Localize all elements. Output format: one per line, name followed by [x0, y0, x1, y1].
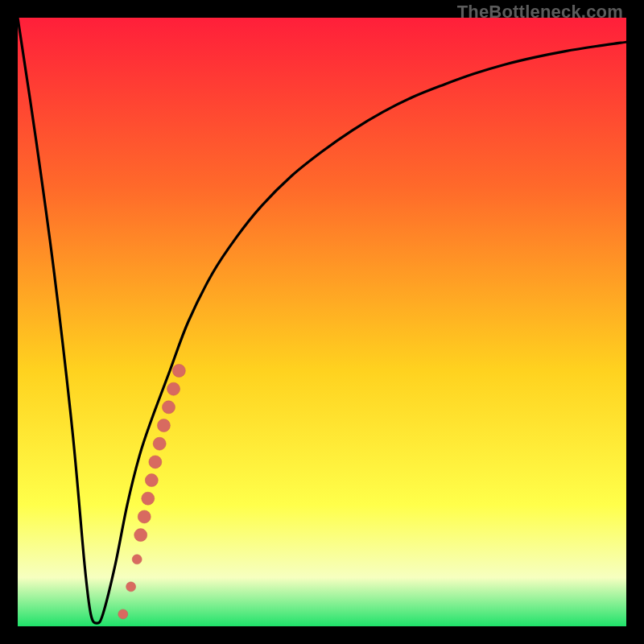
data-marker — [118, 609, 128, 619]
chart-svg — [18, 18, 626, 626]
data-marker — [132, 555, 142, 564]
chart-frame: TheBottleneck.com — [0, 0, 644, 644]
data-marker — [157, 419, 170, 432]
data-marker — [142, 492, 155, 505]
data-marker — [134, 529, 147, 542]
data-marker — [145, 474, 158, 487]
data-marker — [172, 364, 185, 377]
plot-area — [18, 18, 626, 626]
data-marker — [153, 437, 166, 450]
data-marker — [162, 401, 175, 414]
data-marker — [138, 510, 151, 523]
gradient-background — [18, 18, 626, 626]
data-marker — [126, 582, 136, 592]
data-marker — [167, 382, 180, 395]
data-marker — [149, 456, 162, 469]
watermark-text: TheBottleneck.com — [457, 2, 623, 23]
